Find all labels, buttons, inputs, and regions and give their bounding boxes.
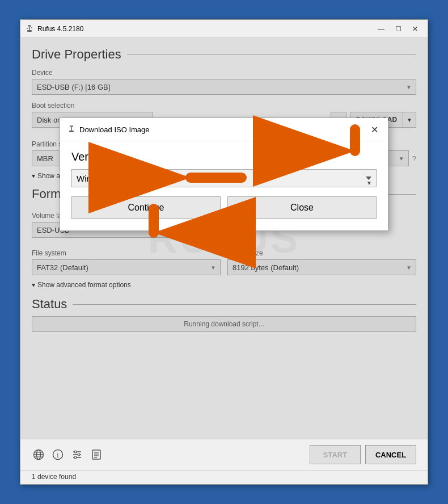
svg-rect-0: [28, 25, 31, 27]
modal-buttons: Continue Close: [71, 196, 377, 219]
svg-point-25: [78, 453, 80, 456]
modal-close-action-button[interactable]: Close: [227, 196, 377, 219]
modal-overlay: [20, 38, 428, 439]
window-controls: — ☐ ✕: [373, 23, 423, 35]
modal-body: Version Windows 11 Continue Close: [60, 141, 388, 230]
modal-title-bar: Download ISO Image ✕: [60, 118, 388, 141]
bottom-bar: i: [20, 439, 428, 470]
svg-rect-2: [27, 30, 32, 32]
start-button[interactable]: START: [310, 445, 361, 464]
version-label: Version: [71, 150, 377, 163]
modal-icon: [67, 125, 76, 134]
info-icon-button[interactable]: i: [51, 448, 65, 461]
globe-icon-button[interactable]: [32, 448, 45, 461]
main-content: RUFUS Drive Properties Device ESD-USB (F…: [20, 38, 428, 439]
bottom-icons: i: [32, 448, 305, 461]
title-bar: Rufus 4.5.2180 — ☐ ✕: [20, 20, 428, 38]
svg-text:i: i: [57, 451, 59, 459]
app-icon: [25, 24, 34, 33]
maximize-button[interactable]: ☐: [390, 23, 406, 35]
close-button[interactable]: ✕: [407, 23, 423, 35]
window-title: Rufus 4.5.2180: [37, 25, 373, 33]
settings-icon-button[interactable]: [70, 448, 84, 461]
continue-button[interactable]: Continue: [71, 196, 221, 219]
svg-rect-5: [70, 125, 73, 127]
download-iso-modal: Download ISO Image ✕ Version Windows 11 …: [60, 117, 388, 231]
svg-rect-4: [31, 27, 32, 28]
status-footer: 1 device found: [20, 470, 428, 484]
svg-point-26: [74, 456, 77, 459]
cancel-button[interactable]: CANCEL: [365, 445, 416, 464]
modal-close-button[interactable]: ✕: [367, 123, 381, 136]
svg-rect-7: [69, 131, 74, 132]
devices-found-text: 1 device found: [32, 473, 76, 481]
svg-point-24: [74, 451, 77, 453]
main-window: Rufus 4.5.2180 — ☐ ✕ RUFUS Drive Propert…: [20, 19, 428, 485]
minimize-button[interactable]: —: [373, 23, 389, 35]
log-icon-button[interactable]: [90, 448, 103, 461]
version-select[interactable]: Windows 11: [71, 169, 377, 187]
svg-rect-3: [27, 28, 28, 29]
modal-title: Download ISO Image: [79, 125, 367, 134]
